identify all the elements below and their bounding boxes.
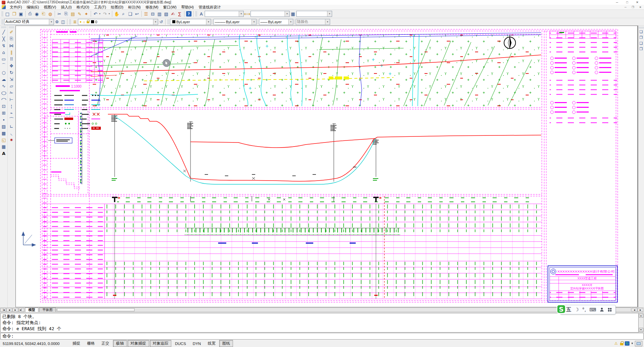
extend-button[interactable]: ⊢ [8, 96, 15, 103]
hatch-button[interactable]: ▨ [0, 123, 7, 130]
workspaces-toolbar-grip[interactable] [2, 19, 3, 25]
toolbar-grip[interactable] [2, 11, 3, 17]
scroll-left-button[interactable]: ◀ [632, 308, 637, 312]
menu-format[interactable]: 格式(O) [74, 5, 92, 10]
save-workspace-button[interactable]: ◫ [60, 19, 66, 25]
text-style-select[interactable]: ▼ [205, 11, 244, 17]
properties-button[interactable]: ☰ [143, 10, 149, 17]
toggle-osnap[interactable]: 对象捕捉 [127, 340, 149, 347]
styles-toolbar-grip[interactable] [196, 11, 197, 17]
toggle-ducs[interactable]: DUCS [172, 341, 189, 347]
trim-button[interactable]: ✁ [8, 89, 15, 96]
layer-select[interactable]: ● ☼ 0 ▼ [78, 19, 158, 25]
toggle-polar[interactable]: 极轴 [113, 340, 127, 347]
region-button[interactable]: ◱ [0, 136, 7, 143]
insert-block-button[interactable]: ⊡ [0, 103, 7, 109]
chevron-down-icon[interactable]: ▼ [288, 19, 293, 25]
coordinate-readout[interactable]: 51199.9214, 50342.4410, 0.0000 [0, 342, 69, 346]
menu-window[interactable]: 窗口(W) [161, 5, 179, 10]
table-style-button[interactable]: ▦ [290, 10, 296, 17]
toggle-grid[interactable]: 栅格 [84, 340, 98, 347]
menu-tools[interactable]: 工具(T) [92, 5, 109, 10]
redo-dropdown-icon[interactable]: ▼ [108, 13, 111, 15]
erase-button[interactable]: ✐ [8, 29, 15, 35]
ime-account-icon[interactable] [599, 307, 604, 312]
drawing-canvas[interactable]: 1:1000 [16, 26, 638, 307]
pan-button[interactable]: ✋ [113, 10, 120, 17]
draw-toolbar-grip[interactable] [1, 27, 6, 28]
hscroll-thumb[interactable] [57, 308, 135, 311]
undo-dropdown-icon[interactable]: ▼ [99, 13, 101, 15]
zoom-previous-button[interactable]: ↩ [134, 10, 140, 17]
workspace-select[interactable]: AutoCAD 经典 ▼ [4, 19, 54, 25]
plot-button[interactable]: ⎙ [27, 10, 33, 17]
line-button[interactable]: ╱ [0, 29, 7, 35]
array-button[interactable]: ⠿ [8, 56, 15, 62]
markup-manager-button[interactable]: ✍ [170, 10, 176, 17]
toggle-otrack[interactable]: 对象追踪 [150, 340, 171, 347]
menu-modify[interactable]: 修改(M) [143, 5, 161, 10]
send-to-back-button[interactable]: ❐ [638, 35, 644, 40]
gradient-button[interactable]: ▩ [0, 130, 7, 136]
chamfer-button[interactable]: ∟ [8, 123, 15, 130]
copy-object-button[interactable]: ⎘ [8, 35, 15, 42]
dim-style-select[interactable]: ▼ [251, 11, 290, 17]
arc-button[interactable]: ⌒ [0, 62, 7, 69]
menu-view[interactable]: 视图(V) [41, 5, 59, 10]
offset-button[interactable]: ∥ [8, 49, 15, 56]
menu-dimension[interactable]: 标注(N) [126, 5, 143, 10]
menu-file[interactable]: 文件(F) [7, 5, 24, 10]
layer-properties-manager-button[interactable]: ≣ [72, 19, 78, 25]
menu-draw[interactable]: 绘图(D) [109, 5, 126, 10]
chevron-down-icon[interactable]: ▼ [206, 19, 211, 25]
designcenter-button[interactable]: ⊟ [149, 10, 156, 17]
join-button[interactable]: ⁀ [8, 116, 15, 123]
command-input[interactable]: 命令: [0, 333, 644, 340]
ellipse-button[interactable]: ○ [0, 89, 8, 96]
doc-close-button[interactable]: ✕ [637, 6, 644, 9]
open-button[interactable]: ❐ [11, 10, 18, 17]
mirror-button[interactable]: ⋈ [8, 42, 15, 49]
scroll-up-button[interactable]: ▲ [639, 314, 643, 318]
polygon-button[interactable]: ⌂ [0, 49, 7, 56]
rectangle-button[interactable]: ▭ [0, 56, 7, 62]
zoom-window-button[interactable]: ❑ [127, 10, 134, 17]
color-select[interactable]: ByLayer ▼ [170, 19, 211, 25]
rotate-button[interactable]: ↻ [8, 69, 15, 76]
chevron-down-icon[interactable]: ▼ [49, 19, 54, 25]
toggle-snap[interactable]: 捕捉 [69, 340, 83, 347]
text-style-button[interactable]: A [198, 10, 205, 17]
zoom-realtime-button[interactable]: ⌕ [120, 10, 127, 17]
spline-button[interactable]: ∿ [0, 83, 7, 89]
table-style-select[interactable]: ▼ [296, 11, 332, 17]
layers-toolbar-grip[interactable] [69, 19, 71, 25]
sogou-logo-icon[interactable]: S [557, 305, 566, 314]
break-button[interactable]: ⌁ [8, 109, 15, 116]
linetype-select[interactable]: ——— ByLayer ▼ [213, 19, 257, 25]
tray-dropdown-icon[interactable]: ▼ [631, 342, 634, 345]
chevron-down-icon[interactable]: ▼ [153, 19, 158, 25]
tool-palettes-button[interactable]: ▥ [156, 10, 163, 17]
circle-button[interactable]: ○ [0, 69, 7, 76]
paste-button[interactable]: ▤ [69, 10, 76, 17]
save-button[interactable]: ▣ [18, 10, 24, 17]
tab-pingzongtu[interactable]: 平纵图 [39, 308, 56, 312]
tab-model[interactable]: 模型 [25, 308, 38, 312]
ime-mode-wubi[interactable]: 五 [566, 307, 571, 313]
first-tab-button[interactable]: ▕◀ [0, 308, 6, 312]
chevron-down-icon[interactable]: ▼ [239, 11, 243, 17]
draworder-toolbar-grip[interactable] [639, 27, 644, 28]
block-editor-button[interactable]: ✦ [83, 10, 90, 17]
bring-above-objects-button[interactable]: ❑ [638, 40, 644, 46]
menu-edit[interactable]: 编辑(E) [24, 5, 41, 10]
close-button[interactable]: ✕ [632, 0, 642, 5]
communication-center-icon[interactable]: ⚠ [613, 341, 619, 346]
modify-toolbar-grip[interactable] [9, 27, 14, 28]
lineweight-select[interactable]: —— ByLayer ▼ [259, 19, 293, 25]
bring-to-front-button[interactable]: ❏ [638, 29, 644, 35]
copy-button[interactable]: ⎘ [63, 10, 69, 17]
command-scrollbar[interactable]: ▲ ▼ [639, 313, 644, 333]
maximize-button[interactable]: □ [622, 0, 632, 5]
point-button[interactable]: ∙ [0, 116, 7, 123]
stretch-button[interactable]: ▱ [8, 83, 15, 89]
